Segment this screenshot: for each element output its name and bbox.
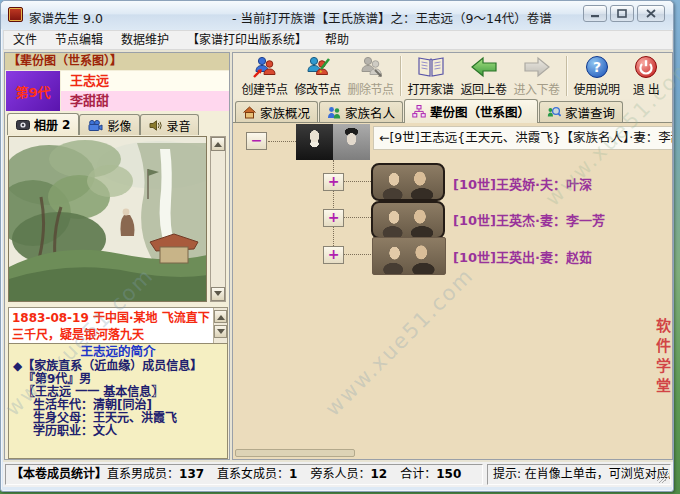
camera-icon	[16, 119, 30, 130]
stats-title: 【本卷成员统计】	[11, 467, 107, 481]
tab-family-overview[interactable]: 家族概况	[235, 101, 318, 122]
stat-value-direct-female: 1	[289, 467, 297, 481]
org-tree-icon	[412, 105, 426, 118]
expand-node-button[interactable]: +	[323, 173, 344, 191]
forward-arrow-icon	[523, 55, 551, 79]
tab-video-label: 影像	[107, 117, 131, 134]
arrow-up-icon	[217, 311, 225, 320]
create-node-label: 创建节点	[241, 80, 287, 97]
delete-node-icon	[358, 55, 384, 79]
hint-label: 提示: 在肖像上单击，可浏览对应成员相关	[493, 467, 671, 481]
member-portrait[interactable]	[371, 163, 445, 201]
arrow-down-icon	[214, 291, 222, 300]
house-icon	[243, 106, 256, 119]
stat-label: 旁系人员：	[310, 467, 370, 481]
modify-node-icon	[305, 55, 331, 79]
photo-caption: 1883-08-19 于中国·某地 飞流直下三千尺，疑是银河落九天	[8, 307, 228, 347]
ancestor-portrait-female[interactable]	[333, 124, 370, 160]
expand-icon: +	[328, 246, 340, 262]
father-name[interactable]: 王志远	[61, 71, 229, 91]
app-icon	[8, 7, 23, 22]
bio-line: 学历职业：文人	[9, 425, 227, 438]
caption-scrollbar[interactable]	[213, 308, 227, 346]
expand-icon: +	[328, 209, 340, 225]
collapse-node-button[interactable]: −	[246, 132, 267, 150]
scroll-up-button[interactable]	[211, 137, 225, 151]
scroll-down-button[interactable]	[211, 287, 225, 301]
resize-grip[interactable]	[657, 471, 669, 483]
lineage-tree: − ←[9世]王志远{王天元、洪霞飞}【家族名人】·妻：李甜甜 + [10世]王…	[233, 123, 672, 459]
left-panel: 【辈份图（世系图）】 第9代 王志远 李甜甜 相册 2	[4, 52, 230, 460]
landscape-painting	[9, 137, 207, 301]
toolbar-separator	[566, 56, 567, 96]
close-icon	[646, 9, 656, 18]
tab-video[interactable]: 影像	[79, 114, 140, 135]
arrow-down-icon	[217, 329, 225, 338]
expand-node-button[interactable]: +	[323, 209, 344, 227]
collapse-icon: −	[251, 132, 263, 148]
tab-audio[interactable]: 录音	[140, 114, 199, 135]
menu-data-maintenance[interactable]: 数据维护	[112, 31, 178, 49]
menu-file[interactable]: 文件	[4, 31, 46, 49]
mother-name[interactable]: 李甜甜	[61, 91, 229, 111]
member-photo[interactable]	[8, 136, 207, 302]
people-icon	[327, 106, 341, 119]
previous-volume-button[interactable]: 返回上卷	[457, 54, 510, 98]
search-person-icon	[547, 106, 561, 119]
member-portrait[interactable]	[372, 237, 446, 275]
status-bar: 【本卷成员统计】直系男成员：137直系女成员：1旁系人员：12合计：150 提示…	[3, 462, 673, 487]
help-button[interactable]: ? 使用说明	[570, 54, 623, 98]
biography-panel: 王志远的简介 ◆【家族直系（近血缘）成员信息】 『第9代』男 〖王志远 一一 基…	[8, 343, 228, 459]
menu-node-edit[interactable]: 节点编辑	[46, 31, 112, 49]
toolbar-separator	[400, 56, 401, 96]
stat-value-direct-male: 137	[179, 467, 204, 481]
maximize-icon	[617, 9, 627, 18]
menu-help[interactable]: 帮助	[316, 31, 358, 49]
tab-photo-album-count: 2	[62, 118, 70, 132]
open-family-tree-label: 打开家谱	[407, 80, 453, 97]
root-node-label[interactable]: ←[9世]王志远{王天元、洪霞飞}【家族名人】·妻：李甜甜	[373, 126, 672, 150]
help-label: 使用说明	[573, 80, 619, 97]
tab-genealogy-search[interactable]: 家谱查询	[539, 101, 623, 122]
menu-print-publish[interactable]: 【家谱打印出版系统】	[178, 31, 316, 49]
tree-connector	[344, 181, 371, 182]
next-volume-button[interactable]: 进入下卷	[510, 54, 563, 98]
member-portrait[interactable]	[371, 201, 445, 239]
open-book-icon	[417, 55, 445, 79]
root-couple-portraits[interactable]	[296, 124, 370, 160]
caption-scroll-down[interactable]	[214, 325, 227, 338]
exit-button[interactable]: 退 出	[623, 54, 669, 98]
main-tab-strip: 家族概况 家族名人 辈份图（世系图）	[233, 99, 672, 123]
toolbar: 创建节点 修改节点	[233, 53, 672, 99]
tree-node-label[interactable]: [10世]王英杰·妻：李一芳	[453, 210, 605, 226]
right-panel: 创建节点 修改节点	[232, 52, 673, 460]
app-title: 家谱先生 9.0	[29, 8, 103, 27]
close-button[interactable]	[637, 5, 665, 22]
tree-horizontal-scrollbar[interactable]	[235, 449, 355, 457]
minimize-button[interactable]	[583, 5, 607, 22]
exit-icon	[634, 55, 658, 79]
ancestor-portrait-male[interactable]	[296, 124, 333, 160]
tab-photo-album[interactable]: 相册 2	[7, 113, 79, 135]
tab-family-celebrities-label: 家族名人	[345, 103, 395, 122]
stat-label: 直系女成员：	[217, 467, 289, 481]
stat-label: 合计：	[400, 467, 436, 481]
photo-scrollbar[interactable]	[210, 136, 226, 302]
modify-node-button[interactable]: 修改节点	[291, 54, 344, 98]
exit-label: 退 出	[633, 80, 659, 97]
tab-audio-label: 录音	[166, 117, 190, 134]
delete-node-button[interactable]: 删除节点	[344, 54, 397, 98]
open-family-tree-button[interactable]: 打开家谱	[404, 54, 457, 98]
stat-value-total: 150	[436, 467, 461, 481]
next-volume-label: 进入下卷	[513, 80, 559, 97]
tab-family-celebrities[interactable]: 家族名人	[319, 101, 403, 122]
maximize-button[interactable]	[610, 5, 634, 22]
create-node-button[interactable]: 创建节点	[238, 54, 291, 98]
svg-text:?: ?	[592, 59, 600, 75]
expand-node-button[interactable]: +	[323, 246, 344, 264]
caption-scroll-up[interactable]	[214, 310, 227, 323]
tree-node-label[interactable]: [10世]王英娇·夫：叶深	[453, 174, 592, 190]
tab-generation-chart[interactable]: 辈份图（世系图）	[404, 99, 538, 123]
tree-node-label[interactable]: [10世]王英出·妻：赵茹	[453, 247, 592, 263]
arrow-up-icon	[214, 138, 222, 147]
